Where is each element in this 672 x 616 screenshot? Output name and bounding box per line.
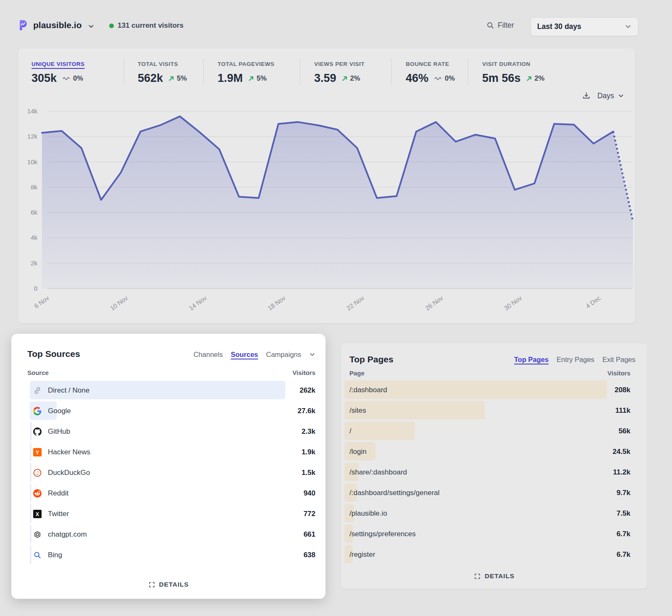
chart-toolbar: Days [582, 91, 624, 100]
value-bar [344, 422, 415, 440]
chevron-down-icon [625, 23, 632, 30]
table-row-register[interactable]: /register6.7k [344, 544, 630, 565]
stat-unique-visitors[interactable]: UNIQUE VISITORS305k0% [32, 58, 123, 85]
trend-flat-icon [62, 76, 71, 81]
row-visitors: 27.6k [297, 407, 315, 415]
row-label: DuckDuckGo [48, 469, 90, 477]
value-bar [30, 525, 32, 543]
duckduckgo-icon [33, 469, 42, 477]
svg-text:14k: 14k [27, 107, 38, 115]
row-visitors: 111k [615, 406, 630, 415]
column-visitors: Visitors [607, 370, 630, 377]
table-row-dashboard[interactable]: /:dashboard208k [344, 380, 630, 400]
row-label: Reddit [48, 489, 68, 498]
row-label: /settings/preferences [349, 530, 416, 538]
stat-views-per-visit[interactable]: VIEWS PER VISIT3.592% [300, 58, 391, 85]
svg-text:8k: 8k [31, 183, 37, 191]
table-row-reddit[interactable]: Reddit940 [27, 483, 315, 503]
row-visitors: 638 [304, 551, 315, 559]
row-visitors: 6.7k [617, 530, 630, 538]
table-row-dashboard-settings-general[interactable]: /:dashboard/settings/general9.7k [344, 482, 630, 503]
chevron-down-icon[interactable] [88, 23, 94, 30]
stat-change-value: 2% [350, 74, 360, 82]
stat-visit-duration[interactable]: VISIT DURATION5m 56s2% [468, 58, 594, 85]
chatgpt-icon [33, 530, 42, 539]
row-visitors: 940 [304, 489, 315, 498]
row-label: Direct / None [48, 386, 89, 395]
top-pages-list: /:dashboard208k/sites111k/56k/login24.5k… [344, 380, 630, 565]
trend-flat-icon [434, 76, 442, 81]
trend-up-arrow-icon [248, 76, 254, 81]
stat-value: 1.9M [218, 72, 243, 85]
tab-entry-pages[interactable]: Entry Pages [556, 356, 594, 364]
svg-text:4 Dec: 4 Dec [584, 294, 602, 309]
row-visitors: 24.5k [612, 448, 630, 456]
tab-top-pages[interactable]: Top Pages [514, 356, 549, 364]
download-icon[interactable] [582, 91, 591, 100]
bing-search-icon [33, 551, 42, 559]
table-row-google[interactable]: Google27.6k [27, 401, 315, 421]
visitors-chart-card: UNIQUE VISITORS305k0%TOTAL VISITS562k5%T… [18, 48, 635, 323]
svg-text:12k: 12k [27, 133, 38, 140]
table-row-chatgpt-com[interactable]: chatgpt.com661 [27, 524, 315, 545]
reddit-icon [33, 489, 42, 498]
interval-select[interactable]: Days [597, 92, 624, 100]
table-row-sites[interactable]: /sites111k [344, 400, 630, 421]
top-pages-card: Top Pages Top PagesEntry PagesExit Pages… [341, 343, 647, 589]
chevron-down-icon [618, 93, 624, 99]
stat-value: 305k [32, 72, 57, 85]
row-visitors: 1.9k [302, 448, 315, 456]
tab-campaigns[interactable]: Campaigns [266, 351, 301, 359]
filter-button[interactable]: Filter [486, 21, 514, 30]
row-visitors: 208k [614, 386, 630, 394]
table-row-share-dashboard[interactable]: /share/:dashboard11.2k [344, 462, 630, 482]
table-row-direct-none[interactable]: Direct / None262k [27, 380, 315, 401]
row-label: /register [349, 550, 375, 559]
twitter-x-icon: X [33, 510, 42, 518]
stat-total-visits[interactable]: TOTAL VISITS562k5% [123, 58, 203, 85]
search-icon [486, 21, 494, 29]
row-label: Twitter [48, 510, 69, 518]
sources-details-button[interactable]: DETAILS [11, 580, 326, 589]
svg-text:6k: 6k [31, 209, 37, 216]
visitors-area-chart[interactable]: 02k4k6k8k10k12k14k6 Nov10 Nov14 Nov18 No… [18, 105, 635, 319]
table-row-plausible-io[interactable]: /plausible.io7.5k [344, 503, 630, 524]
site-name[interactable]: plausible.io [33, 20, 82, 30]
table-row-bing[interactable]: Bing638 [27, 545, 315, 565]
stat-change-value: 2% [535, 74, 545, 82]
table-row-settings-preferences[interactable]: /settings/preferences6.7k [344, 524, 630, 544]
table-row-[interactable]: /56k [344, 421, 630, 441]
table-row-github[interactable]: GitHub2.3k [27, 421, 315, 442]
row-label: /login [349, 448, 367, 456]
top-pages-title: Top Pages [349, 354, 394, 364]
date-range-select[interactable]: Last 30 days [530, 17, 638, 36]
trend-up-arrow-icon [342, 76, 348, 81]
current-visitors[interactable]: 131 current visitors [109, 21, 184, 30]
stat-change-value: 0% [445, 74, 455, 82]
table-row-hacker-news[interactable]: YHacker News1.9k [27, 442, 315, 462]
plausible-logo-icon [17, 19, 29, 31]
row-label: Hacker News [48, 448, 90, 456]
chevron-down-icon[interactable] [309, 351, 315, 358]
value-bar [30, 545, 32, 564]
top-sources-list: Direct / None262kGoogle27.6kGitHub2.3kYH… [27, 380, 315, 565]
stat-total-pageviews[interactable]: TOTAL PAGEVIEWS1.9M5% [203, 58, 300, 85]
trend-up-arrow-icon [168, 76, 174, 81]
table-row-duckduckgo[interactable]: DuckDuckGo1.5k [27, 462, 315, 483]
svg-text:14 Nov: 14 Nov [188, 294, 208, 312]
table-row-twitter[interactable]: XTwitter772 [27, 503, 315, 524]
live-dot-icon [109, 24, 114, 28]
tab-exit-pages[interactable]: Exit Pages [602, 356, 635, 364]
row-visitors: 1.5k [302, 469, 315, 477]
row-visitors: 6.7k [617, 550, 630, 559]
tab-sources[interactable]: Sources [231, 351, 258, 359]
pages-details-button[interactable]: DETAILS [341, 572, 647, 580]
stat-change-value: 0% [73, 74, 83, 82]
svg-text:10k: 10k [27, 158, 38, 165]
stat-value: 562k [138, 72, 163, 85]
table-row-login[interactable]: /login24.5k [344, 441, 630, 462]
row-visitors: 661 [304, 530, 315, 539]
tab-channels[interactable]: Channels [194, 351, 223, 359]
stat-bounce-rate[interactable]: BOUNCE RATE46%0% [391, 58, 468, 85]
row-label: / [349, 427, 352, 435]
